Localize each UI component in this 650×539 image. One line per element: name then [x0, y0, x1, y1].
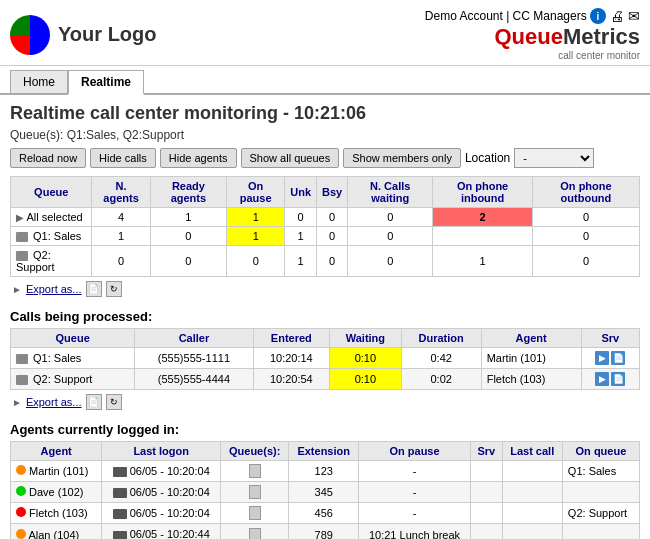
- call-waiting: 0:10: [330, 348, 402, 369]
- agent-srv: [471, 482, 503, 503]
- agent-queues: [221, 503, 289, 524]
- call-entered: 10:20:14: [253, 348, 330, 369]
- hide-agents-button[interactable]: Hide agents: [160, 148, 237, 168]
- agent-srv: [471, 503, 503, 524]
- agent-onqueue: Q1: Sales: [562, 461, 639, 482]
- export-csv-icon[interactable]: 📄: [86, 394, 102, 410]
- srv-icon-1[interactable]: ▶: [595, 372, 609, 386]
- queues-table: Queue N. agents Ready agents On pause Un…: [10, 176, 640, 277]
- srv-icons: ▶ 📄: [595, 372, 625, 386]
- header-icons: i 🖨 ✉: [590, 8, 640, 24]
- call-queue-icon: [16, 354, 28, 364]
- queue-info: Queue(s): Q1:Sales, Q2:Support: [10, 128, 640, 142]
- agents-table: Agent Last logon Queue(s): Extension On …: [10, 441, 640, 539]
- call-waiting: 0:10: [330, 369, 402, 390]
- export-calls-link[interactable]: Export as...: [26, 396, 82, 408]
- col-nagents: N. agents: [92, 177, 150, 208]
- agent-logon: 06/05 - 10:20:04: [102, 482, 221, 503]
- agent-lastcall: [502, 524, 562, 539]
- location-select[interactable]: -: [514, 148, 594, 168]
- tab-home[interactable]: Home: [10, 70, 68, 93]
- agent-extension: 456: [289, 503, 359, 524]
- location-label: Location: [465, 151, 510, 165]
- agent-pause: -: [359, 503, 471, 524]
- export-refresh-icon[interactable]: ↻: [106, 394, 122, 410]
- table-row: Martin (101) 06/05 - 10:20:04 123 - Q1: …: [11, 461, 640, 482]
- agent-pause: -: [359, 482, 471, 503]
- account-info: Demo Account | CC Managers i 🖨 ✉: [425, 8, 640, 24]
- outbound: 0: [532, 227, 639, 246]
- agent-name: Alan (104): [11, 524, 102, 539]
- calls-col-caller: Caller: [135, 329, 253, 348]
- queue-icon-q2: [16, 251, 28, 261]
- agent-srv: [471, 461, 503, 482]
- agent-status-dot: [16, 486, 26, 496]
- col-onpause: On pause: [227, 177, 285, 208]
- agents-col-queues: Queue(s):: [221, 442, 289, 461]
- col-ready: Ready agents: [150, 177, 227, 208]
- col-queue: Queue: [11, 177, 92, 208]
- srv-icon-1[interactable]: ▶: [595, 351, 609, 365]
- agent-queues: [221, 524, 289, 539]
- bsy: 0: [317, 208, 348, 227]
- doc-icon: [249, 485, 261, 499]
- doc-icon: [249, 506, 261, 520]
- queue-name: Q2: Support: [11, 246, 92, 277]
- header: Your Logo Demo Account | CC Managers i 🖨…: [0, 0, 650, 66]
- reload-button[interactable]: Reload now: [10, 148, 86, 168]
- call-agent: Fletch (103): [481, 369, 581, 390]
- export-refresh-icon[interactable]: ↻: [106, 281, 122, 297]
- srv-icon-2[interactable]: 📄: [611, 351, 625, 365]
- agent-onqueue: [562, 524, 639, 539]
- agents-col-lastcall: Last call: [502, 442, 562, 461]
- waiting: 0: [348, 208, 433, 227]
- hide-calls-button[interactable]: Hide calls: [90, 148, 156, 168]
- agent-extension: 345: [289, 482, 359, 503]
- bsy: 0: [317, 227, 348, 246]
- agent-name: Martin (101): [11, 461, 102, 482]
- calls-col-srv: Srv: [581, 329, 639, 348]
- agent-logon: 06/05 - 10:20:04: [102, 503, 221, 524]
- ready-agents: 0: [150, 227, 227, 246]
- col-inbound: On phone inbound: [433, 177, 533, 208]
- print-icon[interactable]: 🖨: [610, 8, 624, 24]
- table-row: Dave (102) 06/05 - 10:20:04 345 -: [11, 482, 640, 503]
- table-row: Alan (104) 06/05 - 10:20:44 789 10:21 Lu…: [11, 524, 640, 539]
- brand-metrics: Metrics: [563, 24, 640, 49]
- agent-onqueue: [562, 482, 639, 503]
- on-pause: 1: [227, 227, 285, 246]
- agents-col-srv: Srv: [471, 442, 503, 461]
- logo-area: Your Logo: [10, 15, 157, 55]
- arrow-icon: ►: [12, 397, 22, 408]
- mail-icon[interactable]: ✉: [628, 8, 640, 24]
- col-bsy: Bsy: [317, 177, 348, 208]
- agent-srv: [471, 524, 503, 539]
- calls-table: Queue Caller Entered Waiting Duration Ag…: [10, 328, 640, 390]
- info-icon[interactable]: i: [590, 8, 606, 24]
- calls-col-waiting: Waiting: [330, 329, 402, 348]
- show-members-only-button[interactable]: Show members only: [343, 148, 461, 168]
- unk: 0: [285, 208, 317, 227]
- agent-logon: 06/05 - 10:20:04: [102, 461, 221, 482]
- agent-onqueue: Q2: Support: [562, 503, 639, 524]
- tab-realtime[interactable]: Realtime: [68, 70, 144, 95]
- table-row: Fletch (103) 06/05 - 10:20:04 456 - Q2: …: [11, 503, 640, 524]
- export-csv-icon[interactable]: 📄: [86, 281, 102, 297]
- agent-lastcall: [502, 503, 562, 524]
- call-queue: Q2: Support: [11, 369, 135, 390]
- n-agents: 0: [92, 246, 150, 277]
- export-queues-link[interactable]: Export as...: [26, 283, 82, 295]
- col-unk: Unk: [285, 177, 317, 208]
- call-srv: ▶ 📄: [581, 348, 639, 369]
- call-entered: 10:20:54: [253, 369, 330, 390]
- agent-lastcall: [502, 461, 562, 482]
- n-agents: 1: [92, 227, 150, 246]
- agent-status-dot: [16, 465, 26, 475]
- srv-icon-2[interactable]: 📄: [611, 372, 625, 386]
- brand-queue: Queue: [494, 24, 562, 49]
- col-outbound: On phone outbound: [532, 177, 639, 208]
- agent-pause: -: [359, 461, 471, 482]
- doc-icon: [249, 528, 261, 539]
- waiting: 0: [348, 246, 433, 277]
- show-all-queues-button[interactable]: Show all queues: [241, 148, 340, 168]
